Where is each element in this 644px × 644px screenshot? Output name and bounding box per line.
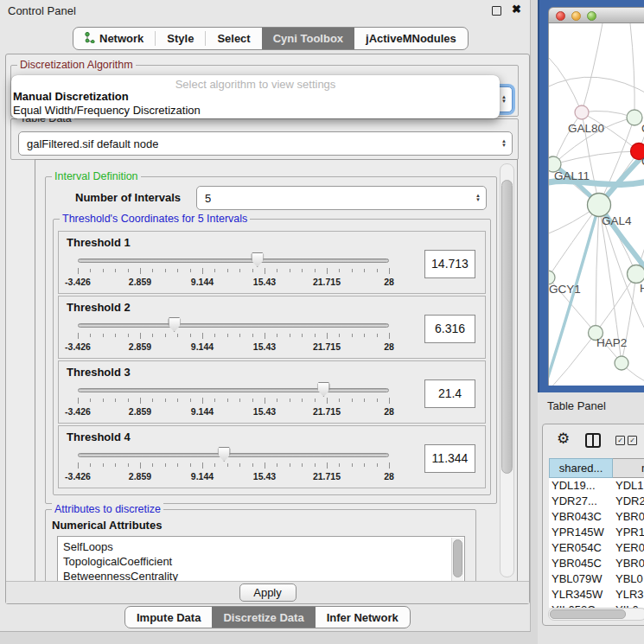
slider-thumb[interactable]: [168, 317, 181, 332]
tick-label: 28: [384, 406, 394, 417]
tab-select[interactable]: Select: [206, 28, 261, 49]
table-cell[interactable]: YLR345W: [549, 587, 613, 603]
close-icon[interactable]: ✖: [512, 3, 521, 16]
table-row[interactable]: YER054CYER0: [549, 540, 644, 556]
combo-spinner-icon[interactable]: ▲▼: [501, 95, 507, 104]
table-cell[interactable]: YPR1: [613, 525, 644, 540]
slider-track[interactable]: [78, 453, 389, 457]
tick-mark: [78, 268, 79, 274]
table-row[interactable]: YDR27...YDR2: [549, 494, 644, 509]
tick-mark: [377, 399, 378, 402]
minimize-traffic-light-icon[interactable]: [571, 11, 581, 21]
list-item[interactable]: BetweennessCentrality: [58, 569, 464, 582]
numerical-attributes-list[interactable]: SelfLoops TopologicalCoefficient Between…: [57, 536, 465, 582]
slider-track[interactable]: [78, 388, 389, 392]
settings-scrollbar[interactable]: [500, 163, 514, 577]
column-header-name[interactable]: n: [613, 458, 644, 478]
tab-network[interactable]: Network: [73, 28, 155, 49]
checkbox-icon[interactable]: ✓: [615, 436, 625, 445]
combo-spinner-icon[interactable]: ▲▼: [475, 194, 481, 202]
table-cell[interactable]: YBR043C: [549, 509, 613, 525]
threshold-slider[interactable]: -3.4262.8599.14415.4321.71528: [78, 450, 389, 486]
network-edge: [599, 118, 634, 205]
threshold-value-field[interactable]: 21.4: [424, 379, 475, 408]
table-cell[interactable]: YER054C: [549, 540, 613, 556]
table-cell[interactable]: YBL079W: [549, 571, 613, 587]
threshold-value-field[interactable]: 14.713: [424, 250, 475, 278]
table-cell[interactable]: YER0: [613, 540, 644, 556]
table-horizontal-scrollbar[interactable]: [548, 608, 644, 621]
table-cell[interactable]: YDL1: [613, 478, 644, 494]
table-row[interactable]: YLR345WYLR3: [549, 587, 644, 603]
network-graph[interactable]: GAL80GACGAL11GAL4GCY1HHAP2: [549, 23, 644, 386]
table-data-combobox[interactable]: galFiltered.sif default node ▲▼: [18, 131, 513, 156]
table-cell[interactable]: YBR0: [613, 509, 644, 525]
table-horizontal-scrollbar-thumb[interactable]: [550, 609, 626, 619]
gear-icon[interactable]: ⚙: [557, 430, 570, 448]
table-cell[interactable]: YBR0: [613, 556, 644, 571]
slider-thumb[interactable]: [317, 382, 330, 397]
network-node[interactable]: [627, 110, 642, 125]
tab-discretize-data[interactable]: Discretize Data: [212, 607, 315, 628]
threshold-slider[interactable]: -3.4262.8599.14415.4321.71528: [78, 320, 389, 356]
table-cell[interactable]: YDR27...: [549, 494, 613, 509]
network-node[interactable]: [615, 356, 628, 370]
table-row[interactable]: YBR045CYBR0: [549, 556, 644, 571]
tab-impute-data[interactable]: Impute Data: [125, 607, 212, 628]
slider-track[interactable]: [78, 323, 389, 328]
table-cell[interactable]: YPR145W: [549, 525, 613, 540]
table-cell[interactable]: YLR3: [613, 587, 644, 603]
table-row[interactable]: YDL19...YDL1: [549, 478, 644, 494]
network-node-h[interactable]: [628, 265, 644, 284]
tab-cyni-toolbox[interactable]: Cyni Toolbox: [262, 28, 354, 49]
network-window-titlebar[interactable]: [548, 7, 644, 23]
network-edge: [549, 205, 599, 277]
tab-label: Infer Network: [327, 611, 399, 624]
tick-mark: [165, 334, 166, 337]
table-row[interactable]: YBR043CYBR0: [549, 509, 644, 525]
threshold-value-field[interactable]: 6.316: [424, 315, 475, 343]
list-item[interactable]: TopologicalCoefficient: [58, 554, 464, 569]
column-header-shared-name[interactable]: shared...: [549, 458, 613, 478]
threshold-slider[interactable]: -3.4262.8599.14415.4321.71528: [78, 385, 389, 421]
tab-style[interactable]: Style: [156, 28, 205, 49]
tick-label: 28: [384, 341, 394, 352]
threshold-value-field[interactable]: 11.344: [424, 444, 475, 473]
network-node-gal80[interactable]: [575, 105, 589, 119]
tab-infer-network[interactable]: Infer Network: [316, 607, 410, 628]
table-cell[interactable]: YDL19...: [549, 478, 613, 494]
float-window-icon[interactable]: [492, 6, 501, 16]
list-item[interactable]: SelfLoops: [58, 539, 464, 554]
table-cell[interactable]: YDR2: [613, 494, 644, 509]
tab-jactivemnodules[interactable]: jActiveMNodules: [354, 28, 468, 49]
dropdown-item-equal-width-frequency[interactable]: Equal Width/Frequency Discretization: [11, 104, 500, 118]
combo-spinner-icon[interactable]: ▲▼: [501, 139, 507, 148]
table-cell[interactable]: YBL0: [613, 571, 644, 587]
list-scrollbar[interactable]: [451, 538, 463, 582]
slider-track[interactable]: [78, 258, 389, 263]
threshold-slider[interactable]: -3.4262.8599.14415.4321.71528: [78, 255, 389, 291]
slider-thumb[interactable]: [251, 252, 264, 267]
apply-button[interactable]: Apply: [239, 583, 296, 602]
network-canvas[interactable]: GAL80GACGAL11GAL4GCY1HHAP2: [548, 23, 644, 386]
number-of-intervals-combobox[interactable]: 5 ▲▼: [196, 186, 487, 210]
dropdown-hint: Select algorithm to view settings: [11, 75, 500, 90]
zoom-traffic-light-icon[interactable]: [587, 11, 596, 21]
dropdown-item-manual-discretization[interactable]: Manual Discretization: [11, 90, 500, 104]
network-node-gal4[interactable]: [588, 194, 611, 217]
tick-mark: [389, 333, 390, 339]
slider-thumb[interactable]: [218, 447, 231, 462]
tick-mark: [190, 399, 191, 402]
tick-mark: [277, 463, 277, 467]
tick-mark: [78, 333, 79, 339]
table-row[interactable]: YBL079WYBL0: [549, 571, 644, 587]
tick-label: 21.715: [313, 471, 341, 481]
list-scrollbar-thumb[interactable]: [453, 539, 462, 577]
settings-scrollbar-thumb[interactable]: [501, 180, 513, 474]
split-columns-icon[interactable]: [585, 433, 601, 448]
close-traffic-light-icon[interactable]: [556, 11, 565, 21]
tab-label: Select: [217, 32, 250, 45]
table-row[interactable]: YPR145WYPR1: [549, 525, 644, 540]
table-cell[interactable]: YBR045C: [549, 556, 613, 571]
checkbox-icon[interactable]: ✓: [628, 436, 637, 445]
